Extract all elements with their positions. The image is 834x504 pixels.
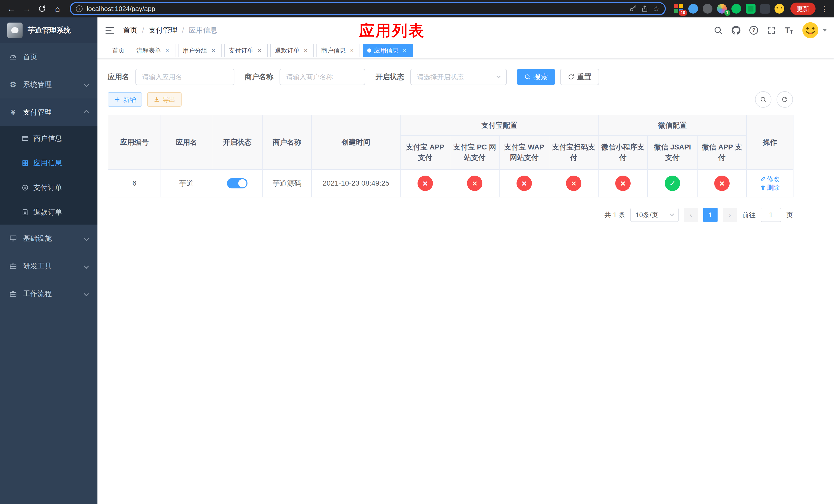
browser-menu-button[interactable]: ⋮ — [819, 4, 830, 13]
tab-close-icon[interactable]: × — [163, 47, 171, 54]
page-number-button[interactable]: 1 — [703, 208, 718, 222]
sidebar-item-infrastructure[interactable]: 基础设施 — [0, 225, 97, 252]
tab-merchant-info[interactable]: 商户信息 × — [316, 44, 360, 57]
extension-cube-icon[interactable] — [760, 4, 770, 14]
search-button[interactable]: 搜索 — [517, 69, 555, 85]
delete-link[interactable]: 删除 — [760, 183, 780, 192]
delete-trash-icon — [760, 185, 766, 190]
extension-green-icon[interactable] — [731, 4, 741, 14]
breadcrumb-home[interactable]: 首页 — [123, 25, 137, 35]
app-name-input[interactable] — [135, 69, 235, 85]
col-wechat-app: 微信 APP 支付 — [697, 136, 747, 169]
extension-blue-icon[interactable] — [688, 4, 698, 14]
font-size-icon[interactable]: TT — [785, 26, 793, 35]
sidebar-item-system-management[interactable]: ⚙ 系统管理 — [0, 71, 97, 98]
status-select[interactable]: 请选择开启状态 — [410, 69, 507, 85]
next-page-button[interactable]: › — [723, 208, 737, 222]
goto-label: 前往 — [742, 210, 755, 220]
sidebar-item-app-info[interactable]: 应用信息 — [0, 151, 97, 175]
reset-button[interactable]: 重置 — [560, 69, 599, 85]
refund-order-icon — [22, 209, 29, 216]
tab-close-icon[interactable]: × — [302, 47, 309, 54]
fullscreen-icon[interactable] — [767, 26, 776, 35]
edit-link[interactable]: 修改 — [760, 175, 780, 183]
sidebar-item-home[interactable]: 首页 — [0, 43, 97, 71]
home-icon: ⌂ — [55, 4, 60, 14]
chevron-down-icon — [84, 82, 89, 87]
col-created: 创建时间 — [312, 115, 400, 169]
tab-close-icon[interactable]: × — [348, 47, 355, 54]
add-button[interactable]: 新增 — [108, 92, 142, 107]
app-name-label: 应用名 — [108, 72, 129, 82]
github-icon[interactable] — [731, 26, 741, 35]
tab-close-icon[interactable]: × — [401, 47, 408, 54]
tab-app-info[interactable]: 应用信息 × — [363, 44, 413, 57]
col-operations: 操作 — [747, 115, 793, 169]
status-toggle[interactable] — [227, 178, 247, 188]
col-status: 开启状态 — [212, 115, 262, 169]
dashboard-icon — [9, 53, 17, 61]
status-label: 开启状态 — [375, 72, 404, 82]
extension-rainbow-icon[interactable]: 1 — [717, 4, 727, 14]
extensions-area: 10 1 — [671, 4, 787, 14]
hide-search-button[interactable] — [755, 91, 771, 108]
cell-merchant: 芋道源码 — [262, 169, 312, 197]
extension-grid-icon[interactable]: 10 — [674, 4, 684, 14]
extension-emoji-icon[interactable] — [774, 4, 784, 14]
export-button[interactable]: 导出 — [147, 92, 181, 107]
goto-page-input[interactable] — [761, 208, 781, 222]
extension-wechat-dev-icon[interactable] — [746, 4, 755, 14]
forward-button[interactable]: → — [20, 2, 34, 16]
reload-button[interactable] — [35, 2, 49, 16]
navbar-actions: ? TT — [714, 22, 827, 39]
prev-page-button[interactable]: ‹ — [684, 208, 698, 222]
search-form: 应用名 商户名称 开启状态 请选择开启状态 搜索 — [108, 69, 824, 85]
prev-arrow-icon: ‹ — [689, 211, 692, 219]
breadcrumb-payment[interactable]: 支付管理 — [149, 25, 177, 35]
page-size-select[interactable]: 10条/页 — [630, 208, 679, 222]
tab-process-form[interactable]: 流程表单 × — [132, 44, 175, 57]
sidebar-item-workflow[interactable]: 工作流程 — [0, 280, 97, 307]
update-button[interactable]: 更新 — [790, 3, 815, 15]
tab-close-icon[interactable]: × — [256, 47, 263, 54]
share-icon[interactable] — [641, 5, 649, 13]
back-button[interactable]: ← — [4, 2, 19, 16]
sidebar-item-payment-order[interactable]: 支付订单 — [0, 175, 97, 200]
refresh-table-button[interactable] — [776, 91, 793, 108]
tab-user-group[interactable]: 用户分组 × — [178, 44, 222, 57]
forward-arrow-icon: → — [23, 4, 31, 14]
app-logo[interactable]: 芋道管理系统 — [0, 18, 97, 43]
user-avatar[interactable] — [802, 22, 819, 39]
merchant-name-input[interactable] — [280, 69, 365, 85]
sidebar-item-merchant-info[interactable]: 商户信息 — [0, 126, 97, 151]
home-button[interactable]: ⌂ — [50, 2, 65, 16]
password-key-icon[interactable] — [629, 5, 637, 13]
sidebar-item-dev-tools[interactable]: 研发工具 — [0, 252, 97, 280]
extension-gray-icon[interactable] — [703, 4, 712, 14]
address-bar[interactable]: i localhost:1024/pay/app ☆ — [70, 2, 666, 15]
help-icon[interactable]: ? — [749, 26, 758, 35]
payment-yen-icon: ¥ — [9, 109, 17, 116]
search-icon[interactable] — [714, 26, 723, 35]
bookmark-star-icon[interactable]: ☆ — [653, 5, 660, 13]
channel-status-icon: × — [467, 176, 482, 191]
tags-view: 首页 流程表单 × 用户分组 × 支付订单 × 退款订单 × 商户信息 × — [97, 43, 834, 59]
sidebar-item-payment-management[interactable]: ¥ 支付管理 — [0, 98, 97, 126]
tab-close-icon[interactable]: × — [210, 47, 217, 54]
col-alipay-app: 支付宝 APP 支付 — [400, 136, 450, 169]
site-info-icon[interactable]: i — [76, 5, 83, 12]
chevron-down-icon — [84, 291, 89, 296]
tab-home[interactable]: 首页 — [108, 44, 129, 57]
back-arrow-icon: ← — [7, 4, 15, 14]
tab-pay-order[interactable]: 支付订单 × — [224, 44, 268, 57]
avatar-caret-icon — [823, 29, 827, 31]
extension-badge: 1 — [724, 10, 730, 16]
col-alipay-qr: 支付宝扫码支付 — [549, 136, 598, 169]
tab-refund-order[interactable]: 退款订单 × — [270, 44, 314, 57]
infrastructure-icon — [9, 234, 17, 242]
merchant-card-icon — [22, 135, 29, 142]
sidebar-item-refund-order[interactable]: 退款订单 — [0, 200, 97, 225]
sidebar-fold-icon[interactable] — [105, 25, 115, 36]
user-menu[interactable] — [802, 22, 827, 39]
breadcrumb: 首页 / 支付管理 / 应用信息 — [123, 25, 218, 35]
